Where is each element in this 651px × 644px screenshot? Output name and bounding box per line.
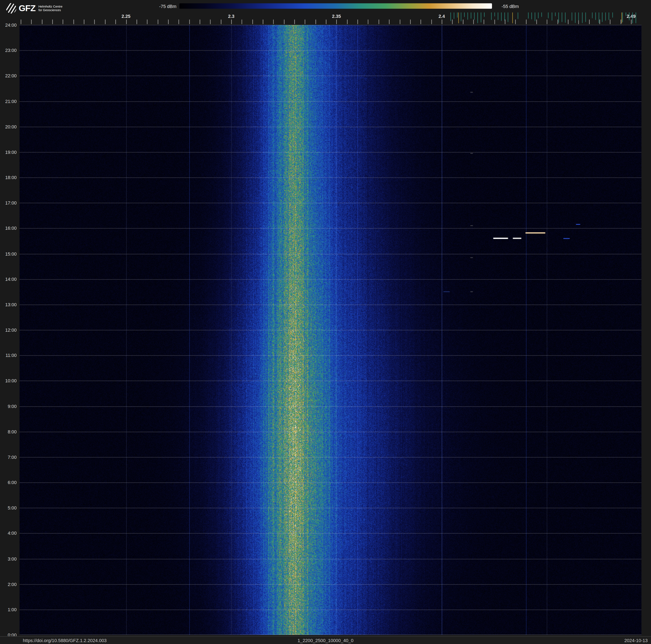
time-tick-label: 12:00 [0,327,17,332]
footer-date: 2024-10-13 [624,638,648,643]
footer-bar: https://doi.org/10.5880/GFZ.1.2.2024.003… [0,636,651,644]
doi-link[interactable]: https://doi.org/10.5880/GFZ.1.2.2024.003 [23,638,107,643]
time-axis: 24:0023:0022:0021:0020:0019:0018:0017:00… [0,0,20,644]
time-tick-label: 17:00 [0,200,17,205]
time-tick-label: 18:00 [0,175,17,180]
time-tick-label: 23:00 [0,48,17,53]
time-tick-label: 24:00 [0,23,17,28]
time-tick-label: 11:00 [0,353,17,358]
time-tick-label: 5:00 [0,505,17,510]
time-tick-label: 14:00 [0,276,17,282]
spectrogram-heatmap [20,25,642,635]
time-tick-label: 6:00 [0,480,17,485]
time-tick-label: 20:00 [0,124,17,129]
time-tick-label: 19:00 [0,149,17,154]
time-tick-label: 3:00 [0,556,17,561]
time-tick-label: 13:00 [0,302,17,307]
time-tick-label: 4:00 [0,531,17,536]
time-tick-label: 21:00 [0,99,17,104]
time-tick-label: 10:00 [0,378,17,383]
time-tick-label: 9:00 [0,404,17,409]
spectrogram-page: GFZ Helmholtz Centre for Geosciences -75… [0,0,651,644]
frequency-tick-marks [20,12,642,24]
time-tick-label: 8:00 [0,429,17,434]
time-tick-label: 2:00 [0,582,17,587]
time-tick-label: 15:00 [0,251,17,256]
time-tick-label: 16:00 [0,226,17,231]
time-tick-label: 1:00 [0,607,17,612]
time-tick-label: 22:00 [0,74,17,79]
time-tick-label: 7:00 [0,455,17,460]
